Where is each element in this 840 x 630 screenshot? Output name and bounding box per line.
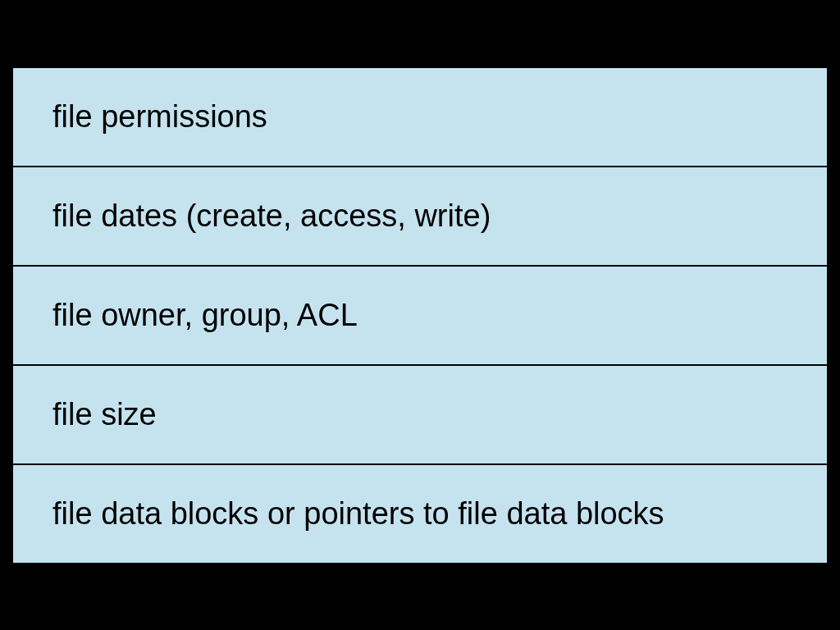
row-label: file permissions [52,99,267,134]
row-label: file data blocks or pointers to file dat… [52,496,664,531]
fcb-diagram-table: file permissions file dates (create, acc… [11,66,829,564]
table-row: file dates (create, access, write) [13,167,827,267]
table-row: file data blocks or pointers to file dat… [13,465,827,563]
table-row: file permissions [13,68,827,167]
row-label: file dates (create, access, write) [52,199,491,233]
table-row: file size [13,366,827,465]
row-label: file owner, group, ACL [52,298,358,332]
table-row: file owner, group, ACL [13,267,827,366]
row-label: file size [52,397,157,431]
